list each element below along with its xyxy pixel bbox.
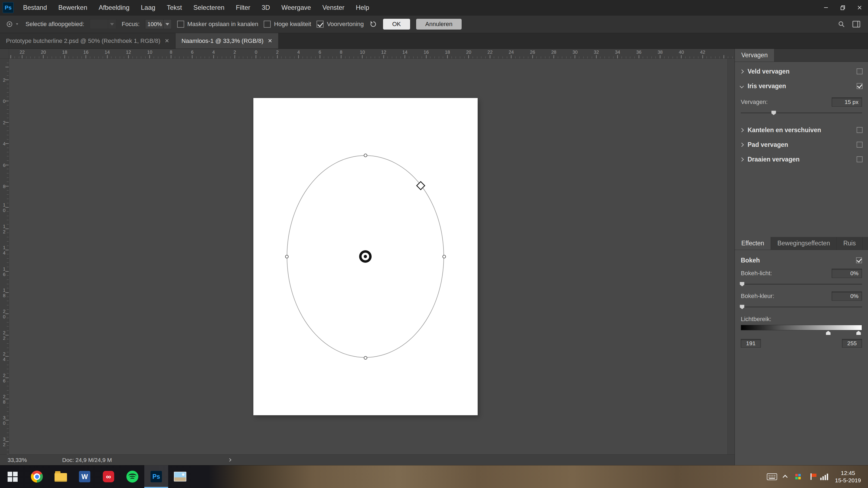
ruler-v-number: 6 [1, 163, 7, 168]
iris-vervagen-checkbox[interactable] [857, 83, 863, 89]
slider-thumb[interactable] [771, 111, 776, 115]
mask-checkbox-group[interactable]: Masker opslaan in kanalen [177, 21, 258, 28]
tray-flag[interactable] [805, 465, 817, 488]
pad-vervagen-checkbox[interactable] [857, 142, 863, 148]
chevron-right-icon [740, 69, 744, 74]
tab-close-icon[interactable] [268, 38, 272, 43]
section-pad-vervagen[interactable]: Pad vervagen [735, 137, 868, 152]
tray-expand-button[interactable] [778, 465, 792, 488]
ruler-h-number: 8 [340, 50, 342, 55]
taskbar-word[interactable]: W [73, 465, 97, 488]
ellipse-handle-right[interactable] [442, 255, 446, 258]
taskbar-file-explorer[interactable] [49, 465, 73, 488]
ellipse-handle-bottom[interactable] [364, 356, 367, 360]
blur-amount-value[interactable]: 15 px [832, 97, 862, 107]
tray-network[interactable] [817, 465, 831, 488]
menu-weergave[interactable]: Weergave [276, 0, 316, 15]
blur-amount-slider[interactable] [741, 109, 862, 117]
light-range-label: Lichtbereik: [741, 316, 862, 323]
menu-filter[interactable]: Filter [230, 0, 256, 15]
status-expand-icon[interactable] [228, 458, 231, 462]
flag-icon [810, 473, 812, 480]
menu-bar: Ps Bestand Bewerken Afbeelding Laag Teks… [0, 0, 868, 15]
canvas-region: 2220181614121086420246810121416182022242… [0, 49, 735, 465]
iris-blur-pin[interactable] [359, 250, 372, 263]
bokeh-color-value[interactable]: 0% [832, 291, 862, 301]
taskbar-chrome[interactable] [25, 465, 49, 488]
ruler-v-number: 28 [1, 394, 7, 405]
zoom-level[interactable]: 33,33% [8, 457, 27, 463]
tab-bewegingseffecten[interactable]: Bewegingseffecten [771, 237, 837, 250]
slider-thumb[interactable] [740, 305, 744, 309]
bokeh-light-value[interactable]: 0% [832, 269, 862, 278]
section-draaien-vervagen[interactable]: Draaien vervagen [735, 152, 868, 167]
menu-bestand[interactable]: Bestand [18, 0, 53, 15]
tab-vervagen[interactable]: Vervagen [735, 49, 774, 62]
bokeh-checkbox[interactable] [856, 257, 862, 263]
veld-vervagen-checkbox[interactable] [857, 68, 863, 75]
start-button[interactable] [0, 465, 25, 488]
preview-checkbox-group[interactable]: Voorvertoning [316, 21, 364, 28]
menu-tekst[interactable]: Tekst [161, 0, 188, 15]
menu-help[interactable]: Help [350, 0, 375, 15]
menu-laag[interactable]: Laag [135, 0, 161, 15]
menu-venster[interactable]: Venster [316, 0, 350, 15]
menu-bewerken[interactable]: Bewerken [53, 0, 93, 15]
menu-3d[interactable]: 3D [256, 0, 276, 15]
light-range-low-value[interactable]: 191 [741, 339, 761, 348]
blur-tools-panel: Veld vervagen Iris vervagen Vervagen: 15… [735, 62, 868, 237]
section-iris-vervagen[interactable]: Iris vervagen [735, 79, 868, 93]
blur-amount-label: Vervagen: [741, 98, 768, 106]
network-bars-icon [820, 473, 828, 480]
quality-checkbox[interactable] [264, 21, 271, 28]
menu-selecteren[interactable]: Selecteren [188, 0, 230, 15]
taskbar-adobe-creative-cloud[interactable]: ∞ [97, 465, 120, 488]
light-range-low-thumb[interactable] [826, 331, 831, 335]
search-icon[interactable] [838, 20, 845, 28]
taskbar-photos[interactable] [168, 465, 192, 488]
tab-ruis[interactable]: Ruis [837, 237, 863, 250]
slider-track [741, 113, 862, 113]
reset-icon[interactable] [369, 20, 377, 28]
workspace-icon[interactable] [852, 21, 860, 28]
ellipse-handle-top[interactable] [364, 154, 367, 157]
ruler-h-number: 26 [530, 50, 535, 55]
bokeh-color-slider[interactable] [741, 303, 862, 311]
tray-color-apps[interactable] [792, 465, 805, 488]
taskbar-spotify[interactable] [120, 465, 144, 488]
blur-gallery-tool-icon[interactable] [5, 20, 20, 29]
focus-field[interactable]: 100% [145, 19, 172, 29]
section-veld-vervagen[interactable]: Veld vervagen [735, 64, 868, 79]
document-tab-naamloos[interactable]: Naamloos-1 @ 33,3% (RGB/8) [176, 33, 279, 49]
focus-dropdown-icon[interactable] [163, 20, 172, 29]
menu-afbeelding[interactable]: Afbeelding [93, 0, 135, 15]
cancel-button[interactable]: Annuleren [416, 19, 462, 30]
taskbar-photoshop[interactable]: Ps [144, 465, 168, 488]
light-range-high-value[interactable]: 255 [842, 339, 862, 348]
ellipse-handle-left[interactable] [285, 255, 289, 258]
section-kantelen[interactable]: Kantelen en verschuiven [735, 123, 868, 137]
minimize-button[interactable] [817, 0, 834, 15]
tab-close-icon[interactable] [165, 38, 169, 43]
quality-checkbox-label: Hoge kwaliteit [274, 21, 311, 28]
ruler-h-number: 8 [170, 50, 172, 55]
focus-value[interactable]: 100% [145, 21, 163, 27]
restore-button[interactable] [834, 0, 851, 15]
taskbar-clock[interactable]: 12:45 15-5-2019 [831, 469, 865, 484]
kantelen-checkbox[interactable] [857, 127, 863, 133]
preview-checkbox[interactable] [316, 21, 323, 28]
slider-thumb[interactable] [740, 282, 744, 286]
vertical-scrollbar[interactable] [727, 59, 735, 454]
ok-button[interactable]: OK [383, 19, 410, 30]
tab-effecten[interactable]: Effecten [735, 237, 771, 250]
close-button[interactable] [851, 0, 868, 15]
draaien-vervagen-checkbox[interactable] [857, 156, 863, 162]
light-range-slider[interactable] [741, 330, 862, 337]
light-range-high-thumb[interactable] [856, 331, 861, 335]
document-tab-prototype[interactable]: Prototype butcherline 2.psd @ 50% (Recht… [0, 33, 176, 49]
touch-keyboard-button[interactable] [766, 465, 778, 488]
canvas-viewport[interactable] [9, 59, 735, 454]
quality-checkbox-group[interactable]: Hoge kwaliteit [264, 21, 311, 28]
bokeh-light-slider[interactable] [741, 280, 862, 288]
mask-checkbox[interactable] [177, 21, 184, 28]
